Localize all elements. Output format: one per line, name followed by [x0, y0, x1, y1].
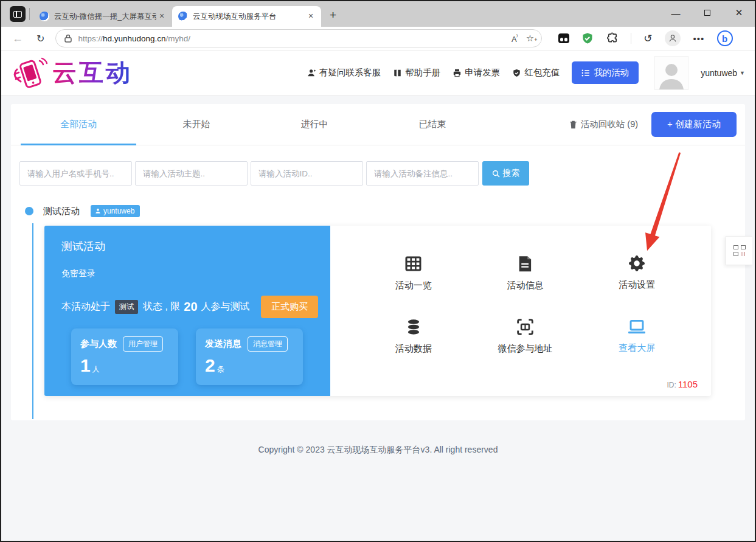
toolbar-divider	[631, 33, 631, 44]
activity-card: 测试活动 免密登录 本活动处于 测试 状态 , 限 20 人参与测试 正式购买 …	[44, 226, 711, 396]
activity-list: 测试活动 yuntuweb 测试活动 免密登录 本活动处于 测试 状态 , 限 …	[11, 186, 745, 420]
nav-red-packet-recharge[interactable]: 红包充值	[512, 67, 560, 78]
maximize-button[interactable]	[692, 1, 723, 24]
participants-stat-card: 参与人数 用户管理 1人	[71, 328, 178, 385]
search-topic-input[interactable]	[135, 161, 248, 186]
tab-title: 云互动现场互动服务平台	[193, 12, 305, 22]
nav-help-manual[interactable]: 帮助手册	[393, 67, 440, 78]
header-nav: 有疑问联系客服 帮助手册 申请发票 红包充值 我的活动 yun	[307, 56, 747, 90]
book-icon	[393, 69, 402, 77]
search-note-input[interactable]	[366, 161, 479, 186]
tab-title: 云互动-微信摇一摇_大屏幕互动_	[54, 12, 156, 22]
phone-hand-logo-icon	[11, 56, 49, 90]
settings-more-icon[interactable]: •••	[693, 33, 704, 44]
my-activities-button[interactable]: 我的活动	[572, 61, 639, 84]
nav-contact-support[interactable]: 有疑问联系客服	[307, 67, 381, 78]
avatar[interactable]	[654, 56, 688, 90]
tab-in-progress[interactable]: 进行中	[255, 104, 373, 145]
extension-icon[interactable]	[558, 33, 569, 43]
extensions-puzzle-icon[interactable]	[606, 32, 619, 44]
search-filters: 搜索	[11, 145, 745, 186]
user-management-button[interactable]: 用户管理	[123, 336, 163, 352]
create-activity-button[interactable]: + 创建新活动	[651, 112, 737, 137]
address-bar[interactable]: https://hd.yunhudong.cn/myhd/ A⁾ ☆+	[55, 29, 542, 47]
printer-icon	[453, 69, 462, 77]
activity-title: 测试活动	[61, 239, 318, 254]
messages-count: 2条	[205, 356, 303, 375]
action-wechat-join-address[interactable]: 微信参与地址	[470, 305, 581, 368]
gear-icon	[629, 255, 645, 271]
search-button[interactable]: 搜索	[482, 161, 529, 186]
bing-chat-icon[interactable]: b	[717, 30, 733, 46]
owner-badge[interactable]: yuntuweb	[91, 205, 140, 217]
activity-list-item-header: 测试活动 yuntuweb	[19, 205, 737, 217]
profile-icon[interactable]	[665, 30, 681, 46]
tab-close-icon[interactable]: ×	[305, 11, 316, 22]
activity-actions-panel: 活动一览 活动信息 活动设置 活动数据	[330, 226, 711, 396]
shield-check-icon	[512, 69, 521, 77]
browser-titlebar: 云互动-微信摇一摇_大屏幕互动_ × 云互动现场互动服务平台 × + — ✕	[1, 1, 755, 27]
activity-subtitle: 免密登录	[61, 268, 318, 279]
action-activity-data[interactable]: 活动数据	[358, 305, 470, 368]
status-badge: 测试	[115, 300, 138, 314]
new-tab-button[interactable]: +	[330, 11, 336, 19]
document-icon	[518, 255, 532, 272]
list-icon	[581, 69, 590, 77]
close-button[interactable]: ✕	[723, 1, 755, 24]
recycle-bin-link[interactable]: 活动回收站 (9)	[569, 119, 638, 130]
participant-limit: 20	[184, 300, 197, 314]
minimize-button[interactable]: —	[660, 1, 692, 24]
search-icon	[492, 170, 500, 178]
action-view-big-screen[interactable]: 查看大屏	[581, 305, 693, 368]
site-logo[interactable]: 云互动	[11, 56, 133, 90]
trash-icon	[569, 120, 577, 129]
monitor-icon	[628, 319, 645, 335]
main-panel: 全部活动 未开始 进行中 已结束 活动回收站 (9) + 创建新活动 搜索	[11, 104, 745, 420]
adblock-shield-icon[interactable]	[581, 32, 594, 44]
read-aloud-icon[interactable]: A⁾	[512, 33, 517, 44]
tab-all-activities[interactable]: 全部活动	[19, 104, 137, 145]
browser-tab-inactive[interactable]: 云互动-微信摇一摇_大屏幕互动_ ×	[33, 6, 172, 27]
action-activity-info[interactable]: 活动信息	[470, 241, 581, 305]
activity-list-title: 测试活动	[43, 206, 80, 217]
lock-icon	[64, 34, 72, 43]
message-management-button[interactable]: 消息管理	[248, 336, 288, 352]
browser-window: 云互动-微信摇一摇_大屏幕互动_ × 云互动现场互动服务平台 × + — ✕ ←…	[0, 0, 756, 542]
tab-close-icon[interactable]: ×	[156, 11, 167, 22]
activity-tabs-row: 全部活动 未开始 进行中 已结束 活动回收站 (9) + 创建新活动	[11, 104, 745, 145]
logo-text: 云互动	[52, 56, 133, 89]
site-header: 云互动 有疑问联系客服 帮助手册 申请发票 红包充值 我的活动	[1, 50, 755, 96]
tab-actions-menu-icon[interactable]	[10, 6, 26, 22]
history-icon[interactable]: ↺	[643, 32, 652, 45]
activity-summary-panel: 测试活动 免密登录 本活动处于 测试 状态 , 限 20 人参与测试 正式购买 …	[44, 226, 330, 396]
search-username-input[interactable]	[19, 161, 132, 186]
purchase-button[interactable]: 正式购买	[261, 296, 318, 318]
action-grid: 活动一览 活动信息 活动设置 活动数据	[358, 241, 693, 368]
person-icon	[95, 208, 101, 214]
tab-ended[interactable]: 已结束	[373, 104, 491, 145]
timeline-line	[32, 223, 33, 419]
action-activity-settings[interactable]: 活动设置	[581, 241, 693, 305]
site-favicon	[40, 12, 49, 21]
back-icon[interactable]: ←	[12, 32, 23, 45]
url-text: https://hd.yunhudong.cn/myhd/	[78, 34, 504, 43]
grid-icon	[405, 255, 421, 272]
activity-id: ID: 1105	[667, 379, 698, 389]
toolbar-extensions: ↺ ••• b	[542, 30, 749, 46]
browser-tab-active[interactable]: 云互动现场互动服务平台 ×	[172, 6, 321, 27]
user-menu[interactable]: yuntuweb ▼	[701, 68, 745, 78]
maximize-icon	[704, 10, 710, 16]
refresh-icon[interactable]: ↻	[36, 33, 44, 44]
database-icon	[406, 319, 421, 335]
timeline-dot	[25, 207, 33, 215]
floating-qr-widget[interactable]	[726, 236, 752, 265]
activity-stats: 参与人数 用户管理 1人 发送消息 消息管理 2条	[71, 328, 318, 385]
action-activity-overview[interactable]: 活动一览	[358, 241, 470, 305]
favorite-star-icon[interactable]: ☆+	[524, 33, 535, 44]
nav-request-invoice[interactable]: 申请发票	[453, 67, 500, 78]
tab-not-started[interactable]: 未开始	[137, 104, 255, 145]
messages-stat-card: 发送消息 消息管理 2条	[196, 328, 303, 385]
search-activity-id-input[interactable]	[251, 161, 363, 186]
workspace-glyph	[13, 11, 22, 18]
activity-status-line: 本活动处于 测试 状态 , 限 20 人参与测试 正式购买	[61, 296, 318, 318]
